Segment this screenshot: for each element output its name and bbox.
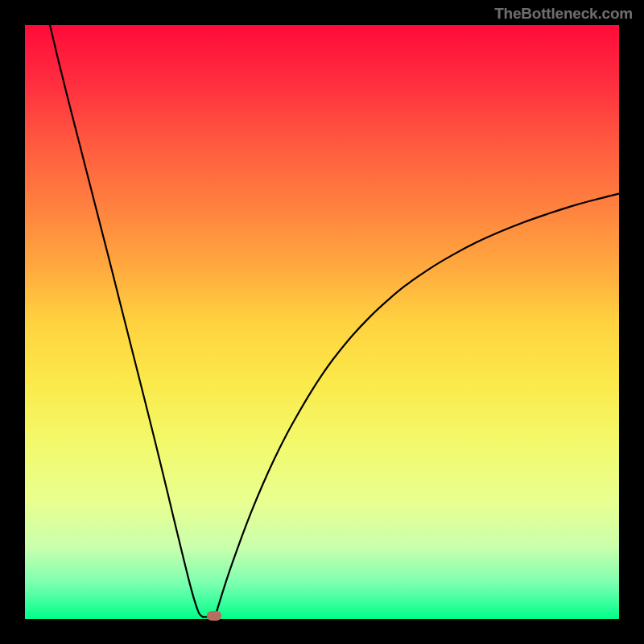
plot-area — [25, 25, 619, 619]
optimal-point-marker — [207, 611, 221, 621]
attribution-text: TheBottleneck.com — [494, 5, 633, 23]
chart-frame: TheBottleneck.com — [0, 0, 644, 644]
bottleneck-curve — [50, 25, 619, 619]
curve-svg — [25, 25, 619, 619]
